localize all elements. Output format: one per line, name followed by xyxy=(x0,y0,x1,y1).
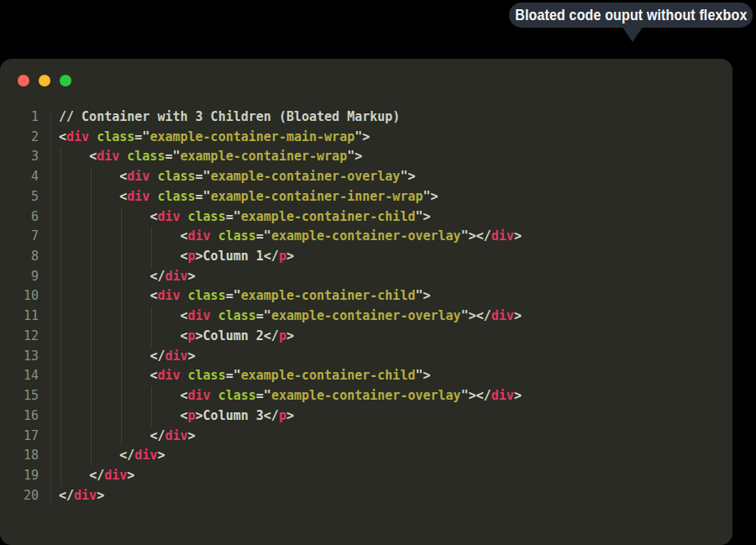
line-number: 3 xyxy=(0,147,39,167)
tooltip-pointer xyxy=(622,26,643,42)
code-line-content: </div> xyxy=(39,347,732,367)
code-line: 8 <p>Column 1</p> xyxy=(0,247,732,267)
window-controls xyxy=(18,75,71,86)
code-line: 4 <div class="example-container-overlay"… xyxy=(0,167,732,187)
code-line: 5 <div class="example-container-inner-wr… xyxy=(0,187,732,207)
line-number: 19 xyxy=(0,466,39,486)
code-line: 20</div> xyxy=(0,486,732,506)
line-number: 11 xyxy=(0,307,39,327)
code-line: 10 <div class="example-container-child"> xyxy=(0,286,732,307)
code-line-content: <div class="example-container-child"> xyxy=(39,286,732,307)
code-line-content: </div> xyxy=(39,486,732,506)
line-number: 20 xyxy=(0,486,39,506)
code-line-content: <div class="example-container-inner-wrap… xyxy=(39,187,732,207)
code-line: 13 </div> xyxy=(0,347,732,367)
code-line-content: <div class="example-container-child"> xyxy=(39,207,732,228)
code-line-content: <div class="example-container-overlay"><… xyxy=(39,227,732,247)
code-line-content: <div class="example-container-main-wrap"… xyxy=(39,128,732,148)
code-line-content: <div class="example-container-overlay"><… xyxy=(39,307,732,327)
line-number: 7 xyxy=(0,227,39,247)
code-line: 19 </div> xyxy=(0,466,732,486)
line-number: 2 xyxy=(0,128,39,148)
code-lines: 1// Container with 3 Children (Bloated M… xyxy=(0,107,732,506)
line-number: 10 xyxy=(0,286,39,307)
line-number: 6 xyxy=(0,207,39,228)
code-line-content: // Container with 3 Children (Bloated Ma… xyxy=(39,107,732,128)
code-line-content: </div> xyxy=(39,267,732,287)
code-line: 12 <p>Column 2</p> xyxy=(0,327,732,347)
line-number: 4 xyxy=(0,167,39,187)
line-number: 12 xyxy=(0,327,39,347)
code-line: 7 <div class="example-container-overlay"… xyxy=(0,227,732,247)
minimize-button[interactable] xyxy=(39,75,50,86)
code-line: 1// Container with 3 Children (Bloated M… xyxy=(0,107,732,128)
code-line-content: <div class="example-container-wrap"> xyxy=(39,147,732,167)
tooltip: Bloated code ouput without flexbox xyxy=(509,3,753,28)
code-line-content: <p>Column 1</p> xyxy=(39,247,732,267)
code-line: 11 <div class="example-container-overlay… xyxy=(0,307,732,327)
zoom-button[interactable] xyxy=(60,75,71,86)
code-line: 18 </div> xyxy=(0,446,732,466)
screen: Bloated code ouput without flexbox 1// C… xyxy=(0,0,756,545)
code-window: 1// Container with 3 Children (Bloated M… xyxy=(0,59,732,545)
code-line-content: </div> xyxy=(39,446,732,466)
code-line: 17 </div> xyxy=(0,427,732,447)
code-line: 6 <div class="example-container-child"> xyxy=(0,207,732,228)
line-number: 17 xyxy=(0,427,39,447)
code-line-content: <p>Column 3</p> xyxy=(39,406,732,427)
code-line: 2<div class="example-container-main-wrap… xyxy=(0,128,732,148)
line-number: 5 xyxy=(0,187,39,207)
code-line: 16 <p>Column 3</p> xyxy=(0,406,732,427)
line-number: 16 xyxy=(0,406,39,427)
code-line-content: <div class="example-container-child"> xyxy=(39,366,732,386)
line-number: 9 xyxy=(0,267,39,287)
line-number: 18 xyxy=(0,446,39,466)
line-number: 13 xyxy=(0,347,39,367)
code-line-content: </div> xyxy=(39,427,732,447)
close-button[interactable] xyxy=(18,75,29,86)
line-number: 15 xyxy=(0,386,39,406)
tooltip-label: Bloated code ouput without flexbox xyxy=(515,6,747,24)
line-number: 8 xyxy=(0,247,39,267)
code-line-content: <div class="example-container-overlay"> xyxy=(39,167,732,187)
code-line: 3 <div class="example-container-wrap"> xyxy=(0,147,732,167)
code-line: 15 <div class="example-container-overlay… xyxy=(0,386,732,406)
line-number: 1 xyxy=(0,107,39,128)
code-line-content: <div class="example-container-overlay"><… xyxy=(39,386,732,406)
code-line: 9 </div> xyxy=(0,267,732,287)
code-line-content: </div> xyxy=(39,466,732,486)
line-number: 14 xyxy=(0,366,39,386)
code-editor: 1// Container with 3 Children (Bloated M… xyxy=(0,107,732,506)
code-line-content: <p>Column 2</p> xyxy=(39,327,732,347)
code-line: 14 <div class="example-container-child"> xyxy=(0,366,732,386)
